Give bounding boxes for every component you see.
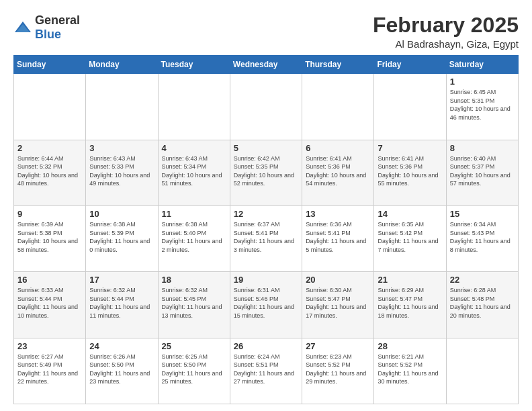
calendar-table: Sunday Monday Tuesday Wednesday Thursday… [13,55,519,404]
day-info-2-3: Sunrise: 6:37 AM Sunset: 5:41 PM Dayligh… [234,220,298,254]
logo-general: General [35,13,80,27]
calendar-cell-1-6: 8Sunrise: 6:40 AM Sunset: 5:37 PM Daylig… [446,140,518,205]
week-row-2: 9Sunrise: 6:39 AM Sunset: 5:38 PM Daylig… [14,205,519,271]
day-number-20: 20 [306,275,370,285]
calendar-cell-4-6 [446,338,518,404]
calendar-cell-3-4: 20Sunrise: 6:30 AM Sunset: 5:47 PM Dayli… [302,272,374,338]
day-info-1-3: Sunrise: 6:42 AM Sunset: 5:35 PM Dayligh… [234,154,298,188]
day-info-3-6: Sunrise: 6:28 AM Sunset: 5:48 PM Dayligh… [450,286,515,320]
logo-text: General Blue [35,13,80,42]
calendar-cell-1-5: 7Sunrise: 6:41 AM Sunset: 5:36 PM Daylig… [374,140,446,205]
header-saturday: Saturday [446,56,518,74]
header-friday: Friday [374,56,446,74]
day-number-1: 1 [450,77,515,87]
day-number-13: 13 [306,209,370,219]
calendar-cell-1-3: 5Sunrise: 6:42 AM Sunset: 5:35 PM Daylig… [230,140,302,205]
calendar-cell-4-5: 28Sunrise: 6:21 AM Sunset: 5:52 PM Dayli… [374,338,446,404]
calendar-cell-1-0: 2Sunrise: 6:44 AM Sunset: 5:32 PM Daylig… [14,140,86,205]
day-info-3-2: Sunrise: 6:32 AM Sunset: 5:45 PM Dayligh… [162,286,226,320]
calendar-cell-4-3: 26Sunrise: 6:24 AM Sunset: 5:51 PM Dayli… [230,338,302,404]
day-info-2-4: Sunrise: 6:36 AM Sunset: 5:41 PM Dayligh… [306,220,370,254]
calendar-cell-3-6: 22Sunrise: 6:28 AM Sunset: 5:48 PM Dayli… [446,272,518,338]
day-number-23: 23 [17,341,82,351]
day-number-15: 15 [450,209,515,219]
day-number-4: 4 [162,143,226,153]
logo-icon [13,20,32,35]
calendar-cell-4-2: 25Sunrise: 6:25 AM Sunset: 5:50 PM Dayli… [158,338,230,404]
day-number-21: 21 [378,275,442,285]
day-info-4-5: Sunrise: 6:21 AM Sunset: 5:52 PM Dayligh… [378,353,442,386]
day-info-2-5: Sunrise: 6:35 AM Sunset: 5:42 PM Dayligh… [378,220,442,254]
day-info-2-1: Sunrise: 6:38 AM Sunset: 5:39 PM Dayligh… [89,220,154,254]
calendar-cell-1-2: 4Sunrise: 6:43 AM Sunset: 5:34 PM Daylig… [158,140,230,205]
calendar-cell-1-4: 6Sunrise: 6:41 AM Sunset: 5:36 PM Daylig… [302,140,374,205]
day-number-16: 16 [17,275,82,285]
day-number-19: 19 [234,275,298,285]
day-info-4-3: Sunrise: 6:24 AM Sunset: 5:51 PM Dayligh… [234,353,298,386]
header: General Blue February 2025 Al Badrashayn… [13,13,519,50]
header-sunday: Sunday [14,56,86,74]
month-title: February 2025 [373,13,519,37]
calendar-cell-3-3: 19Sunrise: 6:31 AM Sunset: 5:46 PM Dayli… [230,272,302,338]
calendar-cell-2-2: 11Sunrise: 6:38 AM Sunset: 5:40 PM Dayli… [158,205,230,271]
calendar-cell-2-0: 9Sunrise: 6:39 AM Sunset: 5:38 PM Daylig… [14,205,86,271]
week-row-0: 1Sunrise: 6:45 AM Sunset: 5:31 PM Daylig… [14,74,519,140]
day-info-4-1: Sunrise: 6:26 AM Sunset: 5:50 PM Dayligh… [89,353,154,386]
calendar-cell-0-1 [86,74,158,140]
day-info-3-3: Sunrise: 6:31 AM Sunset: 5:46 PM Dayligh… [234,286,298,320]
day-info-1-6: Sunrise: 6:40 AM Sunset: 5:37 PM Dayligh… [450,154,515,188]
logo-blue: Blue [35,28,61,41]
header-monday: Monday [86,56,158,74]
calendar-cell-0-4 [302,74,374,140]
day-number-25: 25 [162,341,226,351]
day-info-1-1: Sunrise: 6:43 AM Sunset: 5:33 PM Dayligh… [89,154,154,188]
calendar-cell-4-1: 24Sunrise: 6:26 AM Sunset: 5:50 PM Dayli… [86,338,158,404]
day-number-14: 14 [378,209,442,219]
day-info-3-4: Sunrise: 6:30 AM Sunset: 5:47 PM Dayligh… [306,286,370,320]
calendar-cell-0-0 [14,74,86,140]
day-info-3-0: Sunrise: 6:33 AM Sunset: 5:44 PM Dayligh… [17,286,82,320]
calendar-cell-3-0: 16Sunrise: 6:33 AM Sunset: 5:44 PM Dayli… [14,272,86,338]
calendar-cell-2-1: 10Sunrise: 6:38 AM Sunset: 5:39 PM Dayli… [86,205,158,271]
day-info-1-5: Sunrise: 6:41 AM Sunset: 5:36 PM Dayligh… [378,154,442,188]
day-info-2-6: Sunrise: 6:34 AM Sunset: 5:43 PM Dayligh… [450,220,515,254]
calendar-header: Sunday Monday Tuesday Wednesday Thursday… [14,56,519,74]
header-wednesday: Wednesday [230,56,302,74]
calendar-cell-2-5: 14Sunrise: 6:35 AM Sunset: 5:42 PM Dayli… [374,205,446,271]
day-number-8: 8 [450,143,515,153]
day-number-26: 26 [234,341,298,351]
day-number-11: 11 [162,209,226,219]
calendar-cell-3-5: 21Sunrise: 6:29 AM Sunset: 5:47 PM Dayli… [374,272,446,338]
day-number-5: 5 [234,143,298,153]
day-number-24: 24 [89,341,154,351]
header-right: February 2025 Al Badrashayn, Giza, Egypt [373,13,519,50]
day-number-2: 2 [17,143,82,153]
calendar-cell-4-4: 27Sunrise: 6:23 AM Sunset: 5:52 PM Dayli… [302,338,374,404]
day-number-7: 7 [378,143,442,153]
calendar-cell-0-2 [158,74,230,140]
calendar-cell-1-1: 3Sunrise: 6:43 AM Sunset: 5:33 PM Daylig… [86,140,158,205]
calendar-cell-2-4: 13Sunrise: 6:36 AM Sunset: 5:41 PM Dayli… [302,205,374,271]
header-tuesday: Tuesday [158,56,230,74]
day-info-1-4: Sunrise: 6:41 AM Sunset: 5:36 PM Dayligh… [306,154,370,188]
calendar-cell-3-2: 18Sunrise: 6:32 AM Sunset: 5:45 PM Dayli… [158,272,230,338]
calendar-cell-0-5 [374,74,446,140]
day-number-3: 3 [89,143,154,153]
day-number-22: 22 [450,275,515,285]
day-info-4-2: Sunrise: 6:25 AM Sunset: 5:50 PM Dayligh… [162,353,226,386]
calendar-cell-2-3: 12Sunrise: 6:37 AM Sunset: 5:41 PM Dayli… [230,205,302,271]
week-row-4: 23Sunrise: 6:27 AM Sunset: 5:49 PM Dayli… [14,338,519,404]
calendar-cell-0-3 [230,74,302,140]
day-number-9: 9 [17,209,82,219]
location: Al Badrashayn, Giza, Egypt [373,38,519,50]
day-info-0-6: Sunrise: 6:45 AM Sunset: 5:31 PM Dayligh… [450,88,515,122]
week-row-1: 2Sunrise: 6:44 AM Sunset: 5:32 PM Daylig… [14,140,519,205]
day-number-27: 27 [306,341,370,351]
day-number-12: 12 [234,209,298,219]
calendar-cell-4-0: 23Sunrise: 6:27 AM Sunset: 5:49 PM Dayli… [14,338,86,404]
weekday-header-row: Sunday Monday Tuesday Wednesday Thursday… [14,56,519,74]
day-number-18: 18 [162,275,226,285]
day-number-6: 6 [306,143,370,153]
day-number-10: 10 [89,209,154,219]
day-info-1-0: Sunrise: 6:44 AM Sunset: 5:32 PM Dayligh… [17,154,82,188]
